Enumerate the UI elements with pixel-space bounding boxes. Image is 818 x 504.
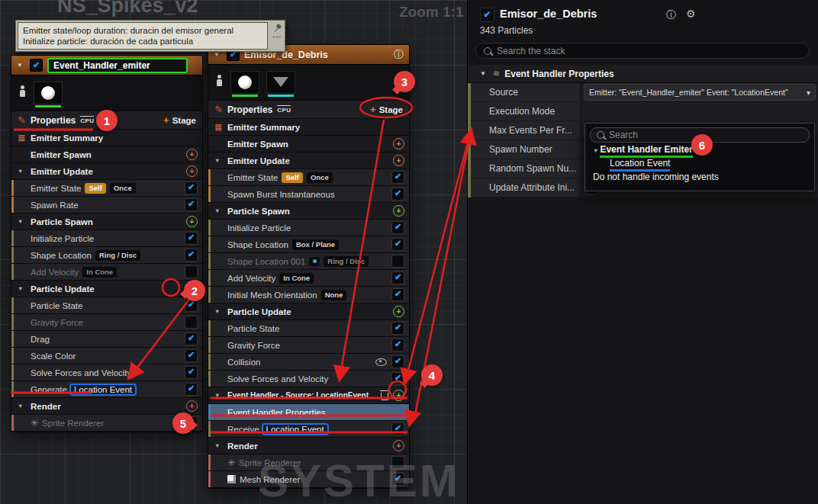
left-row-emitter-update[interactable]: ▼Emitter Update+: [11, 163, 202, 180]
mid-row-add-velocity[interactable]: Add VelocityIn Cone✔: [208, 270, 409, 287]
info-icon[interactable]: ⓘ: [666, 8, 676, 22]
dropdown-search-input[interactable]: Search: [590, 127, 810, 143]
module-checkbox[interactable]: ✔: [185, 181, 198, 194]
emitter-enabled-checkbox[interactable]: ✔: [30, 59, 43, 72]
field-row-execution-mode[interactable]: Execution Mode: [468, 102, 818, 121]
mid-row-shape-location-001[interactable]: Shape Location 001Ring / Disc: [208, 253, 409, 270]
emitter-header[interactable]: ▼ ✔ Event_Handler_emiter: [11, 56, 202, 75]
left-row-drag[interactable]: Drag✔: [11, 331, 202, 348]
add-module-button[interactable]: +: [186, 283, 198, 294]
left-row-add-velocity[interactable]: Add VelocityIn Cone: [11, 264, 202, 281]
mid-row-emitter-spawn[interactable]: Emitter Spawn+: [208, 136, 409, 152]
module-checkbox[interactable]: ✔: [185, 299, 198, 312]
add-module-button[interactable]: +: [186, 165, 198, 177]
collapse-triangle[interactable]: ▼: [18, 403, 27, 409]
mid-row-emitter-state[interactable]: Emitter StateSelfOnce✔: [208, 169, 409, 186]
mid-row-event-handler-source-locationevent[interactable]: ▼Event Handler - Source: LocationEvent+: [208, 387, 409, 404]
left-row-generate[interactable]: GenerateLocation Event✔: [11, 381, 202, 398]
left-row-spawn-rate[interactable]: Spawn Rate✔: [11, 197, 202, 213]
add-module-button[interactable]: +: [393, 138, 404, 149]
mid-row-emitter-summary[interactable]: ≣Emitter Summary: [208, 119, 409, 136]
mid-row-receive[interactable]: ReceiveLocation Event✔: [208, 421, 409, 438]
module-checkbox[interactable]: ✔: [185, 383, 198, 396]
left-row-scale-color[interactable]: Scale Color✔: [11, 348, 202, 364]
collapse-triangle[interactable]: ▼: [18, 218, 27, 225]
left-row-initialize-particle[interactable]: Initialize Particle✔: [11, 230, 202, 247]
collapse-triangle[interactable]: ▼: [214, 442, 224, 449]
module-checkbox[interactable]: ✔: [391, 339, 404, 352]
add-module-button[interactable]: +: [186, 149, 198, 160]
left-row-particle-update[interactable]: ▼Particle Update+: [11, 281, 202, 297]
module-checkbox[interactable]: [185, 416, 198, 429]
sprite-thumbnail[interactable]: [34, 82, 63, 104]
module-checkbox[interactable]: ✔: [391, 271, 404, 284]
module-checkbox[interactable]: ✔: [391, 322, 404, 335]
module-checkbox[interactable]: ✔: [391, 188, 404, 201]
module-checkbox[interactable]: ✔: [391, 422, 404, 435]
mesh-thumbnail[interactable]: [266, 71, 295, 94]
module-checkbox[interactable]: ✔: [185, 349, 198, 362]
collapse-triangle[interactable]: ▼: [18, 285, 27, 292]
add-module-button[interactable]: +: [393, 205, 404, 217]
left-row-emitter-summary[interactable]: ≣Emitter Summary: [11, 130, 202, 146]
module-checkbox[interactable]: ✔: [391, 221, 404, 234]
module-checkbox[interactable]: ✔: [185, 198, 198, 211]
module-checkbox[interactable]: [185, 265, 198, 278]
left-row-solve-forces-and-velocity[interactable]: Solve Forces and Velocity✔: [11, 364, 202, 381]
module-checkbox[interactable]: ✔: [185, 332, 198, 345]
mid-row-solve-forces-and-velocity[interactable]: Solve Forces and Velocity✔: [208, 371, 409, 387]
mid-row-event-handler-properties[interactable]: Event Handler Properties: [208, 404, 409, 421]
add-module-button[interactable]: +: [186, 400, 198, 412]
mid-row-initial-mesh-orientation[interactable]: Initial Mesh OrientationNone✔: [208, 287, 409, 303]
sprite-thumbnail[interactable]: [230, 71, 259, 94]
section-event-handler-properties[interactable]: ▼ ≋ Event Handler Properties: [468, 65, 818, 83]
module-checkbox[interactable]: ✔: [185, 232, 198, 245]
source-dropdown[interactable]: Emitter: "Event_Handler_emiter" Event: "…: [584, 84, 816, 101]
field-row-source[interactable]: SourceEmitter: "Event_Handler_emiter" Ev…: [468, 83, 818, 102]
module-checkbox[interactable]: ✔: [391, 171, 404, 184]
collapse-triangle[interactable]: ▼: [214, 157, 224, 164]
module-checkbox[interactable]: ✔: [391, 238, 404, 251]
add-stage-button[interactable]: + Stage: [370, 104, 403, 115]
module-checkbox[interactable]: ✔: [391, 288, 404, 301]
dropdown-option-do-not-handle-incoming-events[interactable]: Do not handle incoming events: [593, 172, 719, 182]
module-checkbox[interactable]: [391, 456, 404, 469]
module-checkbox[interactable]: [185, 316, 198, 329]
mid-row-particle-state[interactable]: Particle State✔: [208, 320, 409, 337]
stack-search-input[interactable]: Search the stack: [475, 43, 810, 59]
left-row-particle-spawn[interactable]: ▼Particle Spawn+: [11, 213, 202, 230]
left-row-render[interactable]: ▼Render+: [11, 398, 202, 415]
mid-row-particle-update[interactable]: ▼Particle Update+: [208, 303, 409, 320]
left-row-shape-location[interactable]: Shape LocationRing / Disc✔: [11, 247, 202, 264]
module-checkbox[interactable]: ✔: [391, 355, 404, 368]
dropdown-option-event-handler-emiter[interactable]: ▼Event Handler Emiter: [593, 144, 693, 155]
collapse-triangle[interactable]: ▼: [214, 207, 224, 214]
mid-row-render[interactable]: ▼Render+: [208, 438, 409, 454]
add-stage-button[interactable]: + Stage: [163, 114, 196, 126]
mid-row-sprite-renderer[interactable]: ✳Sprite Renderer: [208, 454, 409, 471]
collapse-triangle[interactable]: ▼: [214, 51, 222, 58]
collapse-triangle[interactable]: ▼: [17, 62, 25, 69]
mid-row-gravity-force[interactable]: Gravity Force✔: [208, 337, 409, 354]
properties-row[interactable]: ✎ Properties CPU + Stage: [208, 101, 409, 119]
add-module-button[interactable]: +: [393, 306, 404, 317]
emitter-enabled-checkbox[interactable]: ✔: [480, 8, 494, 22]
mid-row-initialize-particle[interactable]: Initialize Particle✔: [208, 220, 409, 236]
collapse-triangle[interactable]: ▼: [18, 168, 27, 175]
module-checkbox[interactable]: ✔: [185, 249, 198, 262]
module-checkbox[interactable]: ✔: [391, 473, 404, 486]
mid-row-spawn-burst-instantaneous[interactable]: Spawn Burst Instantaneous✔: [208, 186, 409, 203]
mid-row-mesh-renderer[interactable]: Mesh Renderer✔: [208, 471, 409, 488]
left-row-gravity-force[interactable]: Gravity Force: [11, 314, 202, 331]
mid-row-emitter-update[interactable]: ▼Emitter Update+: [208, 152, 409, 169]
add-module-button[interactable]: +: [393, 155, 404, 166]
left-row-sprite-renderer[interactable]: ✳Sprite Renderer: [11, 415, 202, 432]
collapse-triangle[interactable]: ▼: [480, 70, 488, 77]
add-module-button[interactable]: +: [186, 216, 198, 227]
eye-icon[interactable]: [375, 358, 387, 366]
collapse-triangle[interactable]: ▼: [214, 308, 224, 315]
module-checkbox[interactable]: ✔: [185, 366, 198, 379]
dropdown-option-location-event[interactable]: Location Event: [610, 158, 670, 169]
emitter-name-field[interactable]: Event_Handler_emiter: [47, 58, 188, 73]
gear-icon[interactable]: ⚙: [686, 8, 696, 20]
